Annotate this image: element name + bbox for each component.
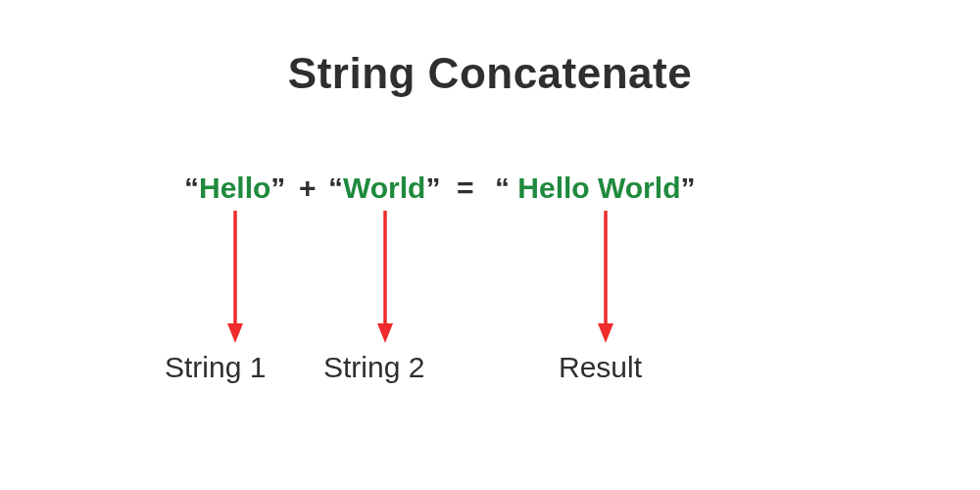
label-result: Result — [559, 351, 642, 384]
arrow-icon — [225, 211, 245, 343]
segment-result: “ Hello World” — [495, 172, 695, 205]
label-string1: String 1 — [165, 351, 266, 384]
diagram-title: String Concatenate — [0, 49, 980, 98]
label-string2: String 2 — [323, 351, 424, 384]
segment-string1: “Hello” — [184, 172, 285, 205]
result-text: Hello World — [517, 172, 680, 204]
open-quote: “ — [184, 172, 199, 204]
close-quote: ” — [425, 172, 440, 204]
operator-plus: + — [299, 172, 317, 205]
segment-string2: “World” — [328, 172, 440, 205]
svg-marker-5 — [598, 323, 613, 343]
string2-text: World — [343, 172, 425, 204]
close-quote: ” — [680, 172, 695, 204]
svg-marker-3 — [377, 323, 393, 343]
operator-equals: = — [457, 172, 474, 205]
open-quote: “ — [328, 172, 343, 204]
arrow-icon — [375, 211, 395, 343]
open-quote: “ — [495, 172, 510, 204]
diagram-stage: String Concatenate “Hello” + “World” = “… — [0, 0, 980, 490]
string1-text: Hello — [199, 172, 270, 204]
svg-marker-1 — [227, 323, 243, 343]
arrow-icon — [596, 211, 615, 343]
close-quote: ” — [270, 172, 285, 204]
